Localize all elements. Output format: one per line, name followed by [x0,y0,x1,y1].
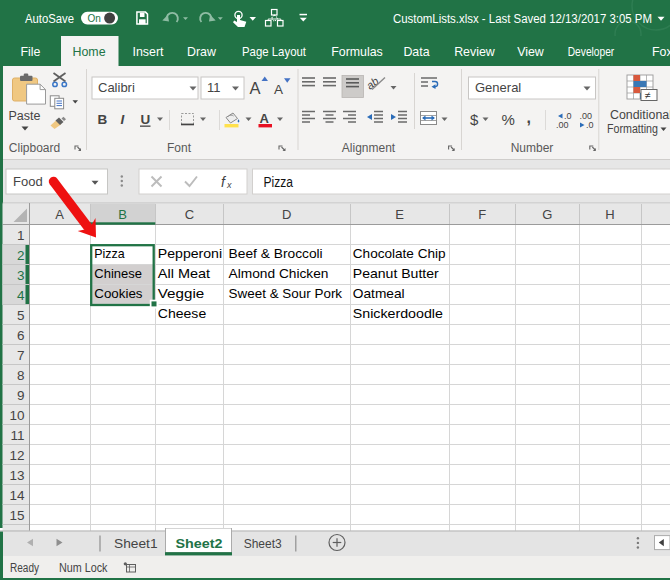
svg-text:Page Layout: Page Layout [242,45,307,59]
svg-text:Ready: Ready [10,561,39,575]
svg-text:1: 1 [17,228,25,243]
svg-text:Sheet2: Sheet2 [176,536,223,551]
svg-text:Beef & Broccoli: Beef & Broccoli [229,246,323,261]
svg-text:A: A [260,111,270,126]
svg-text:Font: Font [167,141,192,155]
svg-text:Num Lock: Num Lock [59,561,108,575]
svg-text:9: 9 [17,388,25,403]
svg-text:Snickerdoodle: Snickerdoodle [353,306,443,321]
svg-text:Calibri: Calibri [98,80,135,95]
svg-text:Clipboard: Clipboard [9,141,60,155]
svg-text:View: View [517,45,544,59]
svg-text:Formatting: Formatting [607,122,658,136]
svg-text:Review: Review [454,45,495,59]
svg-text:H: H [605,207,614,222]
svg-text:15: 15 [9,508,24,523]
svg-text:Draw: Draw [187,45,216,59]
svg-text:Pepperoni: Pepperoni [158,246,222,261]
svg-text:A: A [250,79,261,97]
svg-text:$: $ [470,111,479,128]
svg-text:11: 11 [207,80,221,95]
svg-text:Paste: Paste [9,109,41,123]
svg-text:5: 5 [17,308,25,323]
svg-text:Sheet3: Sheet3 [244,536,282,551]
svg-text:AutoSave: AutoSave [25,11,74,26]
svg-text:7: 7 [17,348,25,363]
svg-text:3: 3 [17,268,25,283]
svg-text:Veggie: Veggie [158,286,204,301]
svg-text:Pizza: Pizza [264,174,294,190]
svg-text:Alignment: Alignment [342,141,396,155]
svg-text:Cheese: Cheese [158,306,206,321]
svg-text:File: File [21,45,41,59]
svg-text:All Meat: All Meat [158,266,211,281]
svg-text:4: 4 [17,288,25,303]
svg-text:C: C [185,207,194,222]
svg-text:Oatmeal: Oatmeal [353,286,405,301]
svg-text:Number: Number [511,141,554,155]
svg-text:x: x [226,180,232,190]
svg-text:Home: Home [72,45,105,59]
svg-text:Food: Food [13,174,43,189]
svg-text:B: B [118,207,127,222]
svg-text:Data: Data [403,45,429,59]
svg-text:General: General [475,80,521,95]
svg-text:8: 8 [17,368,25,383]
svg-text:Chocolate Chip: Chocolate Chip [353,246,446,261]
svg-text:E: E [395,207,404,222]
svg-text:On: On [88,13,101,24]
svg-text:Peanut Butter: Peanut Butter [353,266,440,281]
svg-text:G: G [542,207,552,222]
svg-text:A: A [274,82,283,97]
svg-text:14: 14 [9,488,25,503]
svg-text:.0: .0 [586,120,594,130]
svg-text:Conditional: Conditional [610,108,670,122]
svg-text:2: 2 [17,248,25,263]
svg-text:13: 13 [9,468,24,483]
svg-text:%: % [502,111,515,128]
svg-text:D: D [282,207,291,222]
svg-text:Foxit PD: Foxit PD [652,45,670,59]
svg-text:11: 11 [10,428,24,443]
svg-text:Developer: Developer [568,45,615,59]
svg-text:B: B [98,112,108,127]
svg-text:10: 10 [9,408,24,423]
svg-text:Cookies: Cookies [94,286,142,301]
svg-text:Formulas: Formulas [331,45,383,59]
svg-text:Sheet1: Sheet1 [114,536,158,551]
svg-text:Insert: Insert [133,45,165,59]
svg-text:CustomLists.xlsx - Last Save: CustomLists.xlsx - Last Saved 12/13/2017… [393,12,652,26]
svg-text:F: F [478,207,486,222]
svg-text:6: 6 [17,328,25,343]
svg-text:12: 12 [9,448,24,463]
svg-text:Chinese: Chinese [94,266,142,281]
svg-text:Almond Chicken: Almond Chicken [229,266,329,281]
svg-text:I: I [121,112,125,127]
svg-text:U: U [141,112,151,127]
svg-text:Sweet & Sour Pork: Sweet & Sour Pork [229,286,343,301]
svg-text:,: , [527,109,531,126]
svg-text:≠: ≠ [645,89,651,101]
svg-text:.00: .00 [556,120,569,130]
